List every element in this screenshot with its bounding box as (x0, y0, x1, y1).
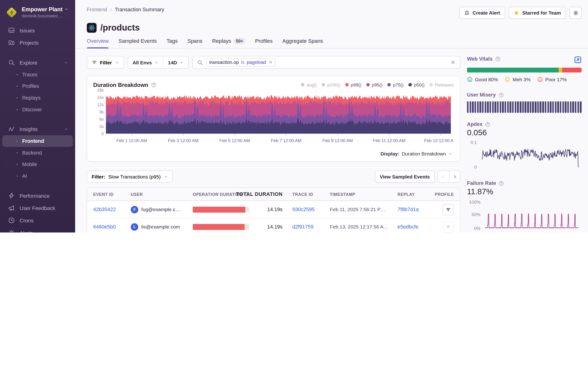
main-area: Frontend › Transaction Summary Create Al… (75, 0, 588, 233)
sidebar-item-discover[interactable]: Discover (2, 104, 73, 116)
date-range-selector[interactable]: 14D (163, 56, 188, 68)
starred-for-team-button[interactable]: Starred for Team (509, 7, 566, 19)
settings-gear-button[interactable] (570, 7, 582, 19)
legend-dot (366, 83, 370, 86)
sidebar-item-replays[interactable]: Replays (2, 92, 73, 104)
sidebar-item-performance[interactable]: Performance (2, 189, 73, 202)
sidebar-item-ai[interactable]: AI (2, 170, 73, 182)
web-vitals-title: Web Vitals (467, 56, 493, 62)
tab-overview[interactable]: Overview (87, 38, 109, 48)
sidebar-item-issues[interactable]: Issues (2, 24, 73, 36)
operation-duration-bar[interactable] (193, 206, 249, 213)
tab-tags[interactable]: Tags (167, 38, 178, 48)
svg-text:12s: 12s (97, 102, 104, 107)
sidebar-item-user-feedback[interactable]: User Feedback (2, 202, 73, 214)
question-icon[interactable] (485, 122, 490, 127)
misery-bar (552, 101, 554, 113)
misery-bar (515, 101, 516, 113)
legend-item-avg[interactable]: avg() (301, 82, 317, 87)
sidebar-item-profiles[interactable]: Profiles (2, 80, 73, 92)
web-vitals-text: Meh 3% (513, 76, 530, 82)
view-sampled-events-button[interactable]: View Sampled Events (375, 170, 435, 182)
filter-button[interactable]: Filter (87, 56, 124, 69)
legend-item-Releases[interactable]: Releases (430, 82, 454, 87)
create-alert-button[interactable]: Create Alert (459, 7, 505, 19)
search-clear-icon[interactable]: ✕ (451, 59, 455, 66)
legend-item-p95[interactable]: p95() (366, 82, 383, 87)
sidebar-group-explore[interactable]: Explore (2, 56, 73, 69)
event-id-link[interactable]: 42b35422 (93, 207, 131, 212)
trace-id-link[interactable]: d2f91759 (292, 224, 330, 230)
legend-dot (301, 83, 304, 86)
misery-bar (545, 101, 546, 113)
tab-label: Tags (167, 38, 178, 44)
tab-aggregate-spans[interactable]: Aggregate Spans (282, 38, 323, 48)
token-remove-icon[interactable]: ✕ (268, 60, 273, 65)
trace-id-link[interactable]: 930c2595 (292, 207, 330, 212)
org-switcher[interactable]: Empower Plant dominik.buszowiec… (0, 5, 75, 24)
legend-item-p75[interactable]: p75() (388, 82, 404, 87)
sidebar-item-projects[interactable]: Projects (2, 36, 73, 49)
question-icon[interactable] (495, 56, 500, 61)
svg-text:0.1: 0.1 (471, 140, 477, 145)
event-id-link[interactable]: 6460e5b0 (93, 224, 131, 230)
sidebar-item-crons[interactable]: Crons (2, 214, 73, 227)
user-cell: Llis@example.com (131, 223, 193, 231)
misery-bar (535, 101, 536, 113)
sidebar-item-label: Performance (20, 192, 68, 199)
issues-icon (8, 27, 15, 33)
transactions-filter-value: Slow Transactions (p95) (108, 174, 161, 180)
token-value: pageload (247, 60, 266, 65)
breadcrumb-separator: › (110, 7, 112, 12)
replay-id-link[interactable]: 7f8b7d1a (398, 207, 431, 212)
sidebar-item-label: Issues (20, 27, 68, 33)
profile-icon (446, 207, 451, 212)
token-key: transaction.op (209, 60, 239, 65)
legend-dot (430, 83, 433, 86)
external-link-icon[interactable] (574, 56, 582, 64)
column-header-timestamp: TIMESTAMP (330, 192, 398, 196)
svg-text:0: 0 (474, 165, 477, 170)
transactions-filter-button[interactable]: Filter: Slow Transactions (p95) (87, 170, 173, 182)
env-selector[interactable]: All Envs (128, 56, 163, 68)
question-icon[interactable] (499, 181, 504, 186)
view-sampled-events-label: View Sampled Events (380, 174, 430, 180)
pager-prev-button[interactable] (438, 171, 449, 182)
svg-text:Feb 9 12:00 AM: Feb 9 12:00 AM (322, 138, 353, 143)
tab-replays[interactable]: Replays50+ (212, 38, 245, 48)
chevron-down-icon (155, 60, 159, 64)
legend-item-p50[interactable]: p50() (408, 82, 425, 87)
sidebar-item-frontend[interactable]: Frontend (2, 135, 73, 147)
misery-bar (522, 101, 524, 113)
env-date-control: All Envs 14D (128, 56, 189, 69)
projects-icon (8, 40, 15, 46)
total-duration: 14.19s (257, 224, 292, 230)
replay-id-link[interactable]: e5edbcfe (398, 224, 431, 230)
legend-item-p100[interactable]: p100() (322, 82, 340, 87)
profile-button[interactable] (443, 221, 454, 233)
sidebar-item-alerts[interactable]: Alerts (2, 227, 73, 233)
profile-button[interactable] (443, 204, 454, 215)
display-selector[interactable]: Duration Breakdown (402, 151, 446, 157)
breadcrumb-project[interactable]: Frontend (87, 7, 107, 12)
search-input[interactable]: transaction.op is pageload ✕ ✕ (192, 56, 460, 69)
sidebar-item-backend[interactable]: Backend (2, 147, 73, 159)
misery-bar (540, 101, 541, 113)
tab-profiles[interactable]: Profiles (255, 38, 273, 48)
sidebar-item-mobile[interactable]: Mobile (2, 159, 73, 170)
search-token[interactable]: transaction.op is pageload ✕ (206, 58, 275, 66)
sidebar-item-traces[interactable]: Traces (2, 69, 73, 81)
question-icon[interactable] (151, 82, 156, 87)
duration-breakdown-chart[interactable]: 18s15s12s9s6s3s0Feb 1 12:00 AMFeb 3 12:0… (93, 88, 454, 149)
question-icon[interactable] (498, 92, 504, 97)
pager-next-button[interactable] (449, 171, 460, 182)
svg-text:0: 0 (101, 131, 104, 136)
avatar: L (131, 223, 138, 231)
operation-duration-bar[interactable] (193, 224, 249, 230)
legend-item-p99[interactable]: p99() (345, 82, 361, 87)
tab-sampled-events[interactable]: Sampled Events (119, 38, 157, 48)
tab-spans[interactable]: Spans (187, 38, 202, 48)
sidebar-group-insights[interactable]: Insights (2, 123, 73, 135)
sidebar-item-label: Traces (22, 72, 37, 77)
legend-dot (388, 83, 391, 86)
